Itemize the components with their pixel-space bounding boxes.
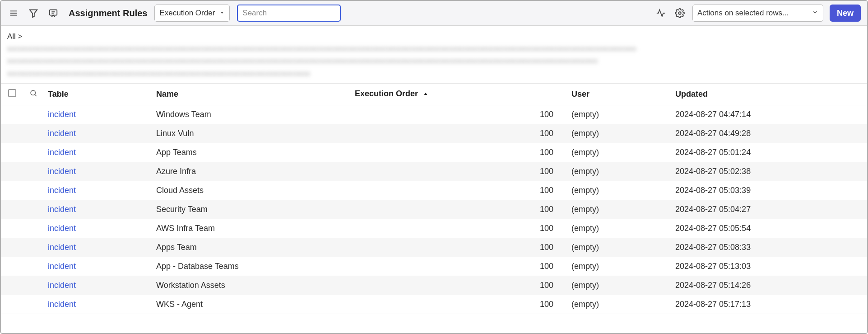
select-all-checkbox[interactable] [8, 89, 16, 97]
sort-field-select[interactable]: Execution Order [154, 5, 230, 22]
row-search-cell [23, 162, 43, 181]
select-all-header [1, 84, 23, 105]
table-row[interactable]: incidentWindows Team100(empty)2024-08-27… [1, 105, 867, 124]
row-user-cell: (empty) [567, 295, 671, 314]
sort-field-label: Execution Order [159, 9, 215, 18]
row-name-cell: AWS Infra Team [152, 219, 350, 238]
table-row[interactable]: incidentWorkstation Assets100(empty)2024… [1, 276, 867, 295]
row-name-cell: Windows Team [152, 105, 350, 124]
svg-rect-4 [50, 10, 57, 15]
row-table-cell: incident [43, 276, 152, 295]
row-select-cell [1, 238, 23, 257]
row-table-cell: incident [43, 143, 152, 162]
row-user-cell: (empty) [567, 143, 671, 162]
row-search-cell [23, 124, 43, 143]
row-table-cell: incident [43, 295, 152, 314]
row-table-cell: incident [43, 257, 152, 276]
row-select-cell [1, 105, 23, 124]
table-link[interactable]: incident [48, 129, 76, 138]
chat-icon[interactable] [47, 7, 60, 19]
row-updated-cell: 2024-08-27 05:01:24 [671, 143, 867, 162]
row-select-cell [1, 276, 23, 295]
row-select-cell [1, 143, 23, 162]
row-user-cell: (empty) [567, 200, 671, 219]
row-select-cell [1, 257, 23, 276]
table-row[interactable]: incidentLinux Vuln100(empty)2024-08-27 0… [1, 124, 867, 143]
table-link[interactable]: incident [48, 167, 76, 176]
svg-line-10 [35, 94, 36, 96]
breadcrumb-redacted: xxxxxxxxxxxxxxxxxxxxxxxxxxxxxxxxxxxxxxxx… [7, 42, 861, 55]
toolbar-right: Actions on selected rows... New [654, 5, 861, 22]
col-table-header[interactable]: Table [43, 84, 152, 105]
row-updated-cell: 2024-08-27 05:03:39 [671, 181, 867, 200]
row-updated-cell: 2024-08-27 05:13:03 [671, 257, 867, 276]
breadcrumb-redacted: xxxxxxxxxxxxxxxxxxxxxxxxxxxxxxxxxxxxxxxx… [7, 67, 861, 80]
breadcrumb-prefix[interactable]: All > [7, 32, 23, 41]
table-row[interactable]: incidentSecurity Team100(empty)2024-08-2… [1, 200, 867, 219]
table-row[interactable]: incidentAzure Infra100(empty)2024-08-27 … [1, 162, 867, 181]
row-name-cell: Security Team [152, 200, 350, 219]
row-search-cell [23, 181, 43, 200]
row-select-cell [1, 162, 23, 181]
table-row[interactable]: incidentAWS Infra Team100(empty)2024-08-… [1, 219, 867, 238]
table-row[interactable]: incidentApp - Database Teams100(empty)20… [1, 257, 867, 276]
row-search-cell [23, 200, 43, 219]
svg-marker-3 [30, 10, 37, 17]
sort-asc-icon [423, 89, 428, 99]
row-user-cell: (empty) [567, 124, 671, 143]
row-select-cell [1, 181, 23, 200]
row-name-cell: Azure Infra [152, 162, 350, 181]
svg-marker-11 [424, 93, 427, 95]
row-updated-cell: 2024-08-27 05:14:26 [671, 276, 867, 295]
table-link[interactable]: incident [48, 281, 76, 290]
row-table-cell: incident [43, 238, 152, 257]
table-link[interactable]: incident [48, 224, 76, 233]
actions-select-label: Actions on selected rows... [697, 9, 789, 18]
search-input[interactable] [237, 5, 341, 22]
row-order-cell: 100 [350, 143, 567, 162]
row-name-cell: Apps Team [152, 238, 350, 257]
row-order-cell: 100 [350, 105, 567, 124]
row-updated-cell: 2024-08-27 05:17:13 [671, 295, 867, 314]
activity-icon[interactable] [654, 7, 667, 19]
col-order-header[interactable]: Execution Order [350, 84, 567, 105]
col-user-header[interactable]: User [567, 84, 671, 105]
col-name-header[interactable]: Name [152, 84, 350, 105]
row-order-cell: 100 [350, 238, 567, 257]
row-search-cell [23, 295, 43, 314]
new-button[interactable]: New [830, 5, 861, 22]
menu-icon[interactable] [7, 7, 20, 19]
table-row[interactable]: incidentApps Team100(empty)2024-08-27 05… [1, 238, 867, 257]
breadcrumb-redacted: xxxxxxxxxxxxxxxxxxxxxxxxxxxxxxxxxxxxxxxx… [7, 55, 861, 67]
table-link[interactable]: incident [48, 300, 76, 309]
table-link[interactable]: incident [48, 262, 76, 271]
svg-marker-7 [221, 12, 223, 14]
row-name-cell: Linux Vuln [152, 124, 350, 143]
row-table-cell: incident [43, 124, 152, 143]
row-order-cell: 100 [350, 276, 567, 295]
chevron-down-icon [812, 9, 818, 18]
table-link[interactable]: incident [48, 148, 76, 157]
actions-select[interactable]: Actions on selected rows... [692, 5, 823, 22]
row-select-cell [1, 200, 23, 219]
col-updated-header[interactable]: Updated [671, 84, 867, 105]
row-select-cell [1, 295, 23, 314]
table-link[interactable]: incident [48, 205, 76, 214]
table-link[interactable]: incident [48, 186, 76, 195]
row-user-cell: (empty) [567, 105, 671, 124]
gear-icon[interactable] [673, 7, 686, 19]
table-row[interactable]: incidentApp Teams100(empty)2024-08-27 05… [1, 143, 867, 162]
row-search-cell [23, 105, 43, 124]
filter-icon[interactable] [27, 7, 40, 19]
table-link[interactable]: incident [48, 110, 76, 119]
row-search-cell [23, 257, 43, 276]
table-row[interactable]: incidentCloud Assets100(empty)2024-08-27… [1, 181, 867, 200]
row-updated-cell: 2024-08-27 05:02:38 [671, 162, 867, 181]
row-order-cell: 100 [350, 200, 567, 219]
table-row[interactable]: incidentWKS - Agent100(empty)2024-08-27 … [1, 295, 867, 314]
column-search-header[interactable] [23, 84, 43, 105]
table-link[interactable]: incident [48, 243, 76, 252]
row-user-cell: (empty) [567, 162, 671, 181]
row-name-cell: Workstation Assets [152, 276, 350, 295]
col-order-label: Execution Order [355, 89, 418, 98]
